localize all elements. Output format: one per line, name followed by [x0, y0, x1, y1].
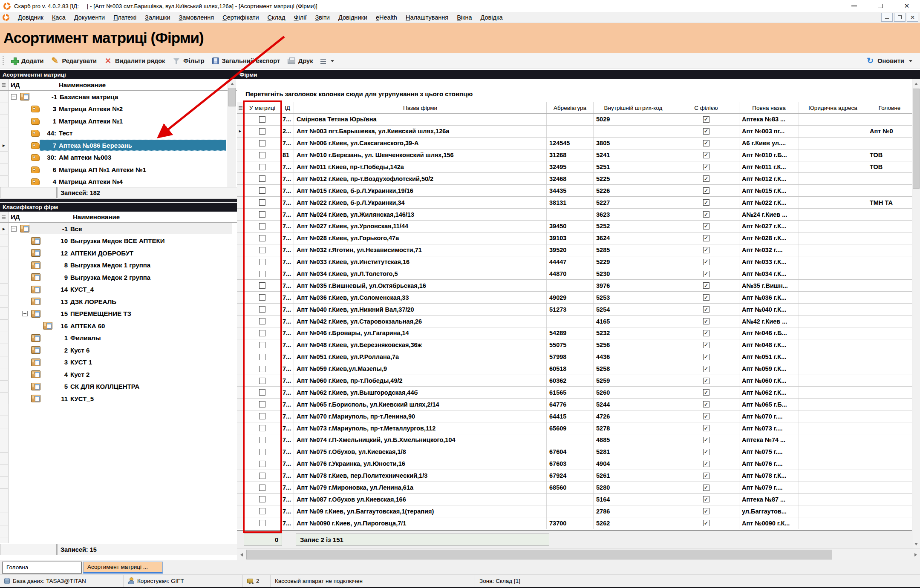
firm-row[interactable]: 7... Апт №033 г.Киев, ул.Институтская,16…	[237, 256, 912, 268]
is-branch-checkbox[interactable]	[703, 211, 709, 218]
in-matrix-checkbox[interactable]	[259, 449, 265, 455]
in-matrix-checkbox[interactable]	[259, 366, 265, 372]
is-branch-checkbox[interactable]	[703, 116, 709, 123]
in-matrix-checkbox[interactable]	[259, 175, 265, 182]
menu-item[interactable]: Залишки	[141, 14, 174, 21]
in-matrix-checkbox[interactable]	[259, 140, 265, 146]
is-branch-checkbox[interactable]	[703, 247, 709, 253]
menu-item[interactable]: Вікна	[453, 14, 476, 21]
tree-row[interactable]: 13 ДЗК ЛОРЕАЛЬ	[0, 295, 234, 308]
close-button[interactable]	[894, 0, 920, 12]
tree-node[interactable]: 12 АПТЕКИ ДОБРОБУТ	[40, 247, 232, 258]
in-matrix-checkbox[interactable]	[259, 473, 265, 479]
is-branch-checkbox[interactable]	[703, 461, 709, 467]
menu-item[interactable]: Замовлення	[175, 14, 219, 21]
tree-node[interactable]: 3 Матрица Аптеки №2	[40, 103, 226, 115]
in-matrix-checkbox[interactable]	[259, 259, 265, 265]
in-matrix-cell[interactable]	[244, 387, 281, 398]
column-header-name[interactable]: Наименование	[57, 79, 237, 90]
view-options-button[interactable]	[317, 56, 330, 65]
in-matrix-cell[interactable]	[244, 375, 281, 387]
refresh-button[interactable]: Оновити	[863, 56, 908, 66]
firm-row[interactable]: 7... Апт №022 г.Киев, б-р.Л.Украинки,34 …	[237, 197, 912, 209]
toolbar-grip[interactable]	[3, 56, 4, 66]
tree-row[interactable]: 12 АПТЕКИ ДОБРОБУТ	[0, 247, 234, 259]
in-matrix-checkbox[interactable]	[259, 508, 265, 514]
column-header-full-name[interactable]: Повна назва	[739, 102, 799, 113]
tree-row[interactable]: 3 Матрица Аптеки №2	[0, 103, 228, 115]
tree-row[interactable]: 1 Филиалы	[0, 332, 234, 344]
collapse-icon[interactable]	[11, 94, 17, 100]
menu-item[interactable]: Філії	[290, 14, 311, 21]
in-matrix-checkbox[interactable]	[259, 437, 265, 443]
toolbar-button[interactable]: Загальний експорт	[208, 56, 284, 66]
is-branch-checkbox[interactable]	[703, 401, 709, 407]
menu-item[interactable]: Платежі	[109, 14, 141, 21]
is-branch-checkbox[interactable]	[703, 437, 709, 443]
in-matrix-cell[interactable]	[244, 197, 281, 208]
firm-row[interactable]: 7... Апт №046 г.Бровары, ул.Гагарина,14 …	[237, 327, 912, 339]
is-branch-checkbox[interactable]	[703, 366, 709, 372]
tree-row[interactable]: -1 Базисная матрица	[0, 91, 228, 103]
tree-node[interactable]: 7 Аптека №086 Березань	[40, 140, 226, 151]
in-matrix-cell[interactable]	[244, 363, 281, 375]
firm-row[interactable]: 2... Апт №003 пгт.Барышевка, ул.Киевский…	[237, 126, 912, 138]
scroll-up-button[interactable]	[228, 79, 236, 86]
tree-row[interactable]: 14 КУСТ_4	[0, 284, 234, 296]
in-matrix-cell[interactable]	[244, 505, 281, 517]
in-matrix-cell[interactable]	[244, 399, 281, 410]
firm-row[interactable]: 7... Апт №0090 г.Киев, ул.Пироговца,7/1 …	[237, 517, 912, 529]
in-matrix-cell[interactable]	[244, 232, 281, 244]
chevron-down-icon[interactable]	[331, 60, 334, 64]
in-matrix-checkbox[interactable]	[259, 354, 265, 360]
column-header-name[interactable]: Наименование	[71, 212, 237, 222]
toolbar-button[interactable]: Фільтр	[169, 56, 208, 66]
is-branch-checkbox[interactable]	[703, 378, 709, 384]
column-header-legal-address[interactable]: Юридична адреса	[799, 102, 867, 113]
firm-row[interactable]: 7... Апт №075 г.Обухов, ул.Киевская,1/8 …	[237, 446, 912, 458]
in-matrix-cell[interactable]	[244, 221, 281, 232]
is-branch-checkbox[interactable]	[703, 259, 709, 265]
in-matrix-checkbox[interactable]	[259, 187, 265, 194]
in-matrix-cell[interactable]	[244, 244, 281, 256]
firm-row[interactable]: 7... Апт №062 г.Киев, ул.Вышгородская,44…	[237, 387, 912, 399]
menu-item[interactable]: Довідники	[334, 14, 372, 21]
in-matrix-cell[interactable]	[244, 280, 281, 291]
tree-node[interactable]: 2 Куст 6	[40, 344, 232, 356]
mdi-restore-button[interactable]	[894, 13, 906, 22]
firm-row[interactable]: 7... Смірнова Тетяна Юрьївна 5029 Аптека…	[237, 114, 912, 126]
tree-node[interactable]: 13 ДЗК ЛОРЕАЛЬ	[40, 296, 232, 307]
in-matrix-cell[interactable]	[244, 304, 281, 315]
in-matrix-checkbox[interactable]	[259, 425, 265, 431]
firm-row[interactable]: 7... Апт №036 г.Киев, ул.Соломенская,33 …	[237, 292, 912, 304]
column-header-firm-name[interactable]: Назва фірми	[294, 102, 547, 113]
scrollbar-thumb[interactable]	[246, 550, 832, 559]
tree-node[interactable]: 1 Филиалы	[40, 333, 232, 344]
tree-row[interactable]: 11 КУСТ_5	[0, 393, 234, 404]
in-matrix-checkbox[interactable]	[259, 413, 265, 419]
firm-row[interactable]: 7... Апт №073 г.Мариуполь, пр-т.Металлур…	[237, 422, 912, 434]
is-branch-checkbox[interactable]	[703, 271, 709, 277]
tree-node[interactable]: 5 СК ДЛЯ КОЛЛЦЕНТРА	[40, 381, 232, 392]
in-matrix-cell[interactable]	[244, 185, 281, 196]
tree-row[interactable]: 30: АМ аптеки №003	[0, 152, 228, 164]
menu-item[interactable]: Склад	[263, 14, 290, 21]
is-branch-checkbox[interactable]	[703, 128, 709, 135]
firm-row[interactable]: 7... Апт №040 г.Киев, ул.Нижний Вал,37/2…	[237, 304, 912, 316]
menu-item[interactable]: Налаштування	[401, 14, 453, 21]
window-tab[interactable]: Асортимент матриці ...	[83, 562, 163, 574]
toolbar-button[interactable]: Додати	[7, 56, 47, 66]
in-matrix-checkbox[interactable]	[259, 152, 265, 158]
in-matrix-cell[interactable]	[244, 422, 281, 434]
in-matrix-checkbox[interactable]	[259, 211, 265, 218]
tree-row[interactable]: 4 Куст 2	[0, 368, 234, 381]
firm-row[interactable]: 7... Апт №051 г.Киев, ул.Р.Роллана,7а 57…	[237, 351, 912, 363]
in-matrix-cell[interactable]	[244, 339, 281, 351]
in-matrix-cell[interactable]	[244, 482, 281, 493]
tree-node[interactable]: 15 ПЕРЕМЕЩЕНИЕ ТЗ	[40, 308, 232, 319]
is-branch-checkbox[interactable]	[703, 294, 709, 301]
is-branch-checkbox[interactable]	[703, 164, 709, 170]
in-matrix-cell[interactable]	[244, 434, 281, 446]
in-matrix-checkbox[interactable]	[259, 389, 265, 396]
tree-node[interactable]: 3 КУСТ 1	[40, 357, 232, 368]
